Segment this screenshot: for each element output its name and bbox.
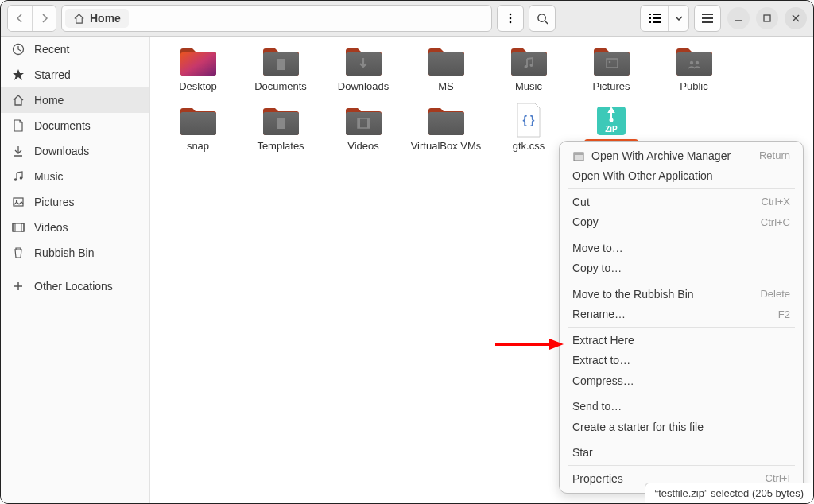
svg-rect-28 [277, 59, 285, 70]
folder-picture-icon [591, 45, 632, 78]
view-dropdown-button[interactable] [668, 6, 688, 31]
menu-shortcut: Return [759, 149, 790, 161]
menu-item-open-with-other-application[interactable]: Open With Other Application [560, 166, 803, 187]
sidebar-label: Pictures [34, 196, 75, 208]
svg-rect-6 [653, 14, 661, 15]
hamburger-menu-button[interactable] [694, 5, 721, 32]
folder-templates-icon [260, 104, 301, 138]
back-button[interactable] [8, 6, 32, 31]
menu-label: Open With Archive Manager [591, 149, 731, 162]
menu-item-cut[interactable]: CutCtrl+X [560, 192, 803, 212]
nav-buttons [7, 5, 56, 32]
path-bar[interactable]: Home [61, 5, 492, 32]
svg-point-42 [610, 118, 614, 122]
sidebar-item-rubbish-bin[interactable]: Rubbish Bin [1, 240, 149, 266]
file-label: Downloads [334, 79, 393, 94]
file-documents[interactable]: Documents [239, 45, 322, 104]
menu-item-move-to-the-rubbish-bin[interactable]: Move to the Rubbish BinDelete [560, 284, 803, 304]
sidebar-item-pictures[interactable]: Pictures [1, 189, 149, 215]
menu-item-extract-to[interactable]: Extract to… [560, 351, 803, 371]
menu-item-star[interactable]: Star [560, 443, 803, 463]
menu-item-rename[interactable]: Rename…F2 [560, 304, 803, 325]
menu-item-extract-here[interactable]: Extract Here [560, 330, 803, 351]
view-mode-group [640, 5, 689, 32]
sidebar-label: Downloads [34, 145, 89, 157]
svg-rect-25 [21, 223, 24, 231]
file-music[interactable]: Music [487, 45, 570, 104]
doc-icon [12, 119, 25, 132]
menu-item-copy[interactable]: CopyCtrl+C [560, 212, 803, 233]
file-ms[interactable]: MS [405, 45, 487, 104]
svg-rect-5 [649, 14, 651, 15]
file-label: Templates [253, 139, 308, 153]
menu-shortcut: Ctrl+X [762, 196, 790, 207]
svg-point-29 [525, 65, 528, 68]
folder-desktop-icon [177, 45, 219, 78]
search-button[interactable] [529, 5, 556, 32]
menu-label: Send to… [572, 400, 622, 413]
sidebar-item-videos[interactable]: Videos [1, 215, 149, 240]
menu-item-compress[interactable]: Compress… [560, 370, 803, 391]
menu-separator [568, 188, 795, 189]
file-desktop[interactable]: Desktop [157, 45, 239, 104]
sidebar-label: Music [34, 170, 64, 183]
sidebar-item-recent[interactable]: Recent [1, 37, 149, 62]
sidebar-label: Starred [34, 68, 71, 81]
menu-label: Copy to… [572, 262, 622, 274]
file-virtualbox-vms[interactable]: VirtualBox VMs [405, 104, 487, 164]
svg-line-4 [545, 21, 548, 24]
file-pictures[interactable]: Pictures [570, 45, 653, 104]
svg-point-34 [696, 61, 699, 64]
menu-item-copy-to[interactable]: Copy to… [560, 258, 803, 279]
svg-point-30 [530, 64, 533, 67]
menu-item-open-with-archive-manager[interactable]: Open With Archive ManagerReturn [560, 145, 803, 166]
svg-point-33 [690, 61, 693, 64]
sidebar-item-documents[interactable]: Documents [1, 113, 149, 138]
sidebar-item-downloads[interactable]: Downloads [1, 138, 149, 164]
close-button[interactable] [785, 7, 807, 29]
css-icon: { } [508, 104, 549, 138]
menu-separator [568, 327, 795, 328]
menu-label: Move to the Rubbish Bin [572, 288, 694, 300]
menu-shortcut: Delete [760, 288, 790, 300]
more-options-button[interactable] [497, 5, 524, 32]
menu-label: Extract to… [572, 354, 630, 366]
file-snap[interactable]: snap [157, 104, 239, 164]
file-public[interactable]: Public [653, 45, 735, 104]
sidebar-item-other-locations[interactable]: Other Locations [1, 273, 149, 299]
sidebar-item-starred[interactable]: Starred [1, 62, 149, 87]
sidebar-item-home[interactable]: Home [1, 87, 149, 113]
sidebar-label: Rubbish Bin [34, 246, 95, 259]
file-gtk-css[interactable]: { }gtk.css [487, 104, 570, 164]
forward-button[interactable] [32, 6, 56, 31]
svg-point-2 [510, 21, 512, 24]
menu-item-move-to[interactable]: Move to… [560, 238, 803, 258]
folder-icon [177, 104, 219, 138]
list-view-button[interactable] [641, 6, 668, 31]
file-label: VirtualBox VMs [407, 139, 486, 153]
svg-rect-35 [277, 118, 281, 129]
menu-label: Properties [572, 472, 623, 485]
svg-point-32 [609, 61, 611, 64]
svg-rect-15 [764, 15, 770, 21]
minimize-button[interactable] [727, 7, 750, 29]
svg-rect-7 [649, 17, 651, 19]
file-label: Videos [343, 139, 383, 153]
menu-item-send-to[interactable]: Send to… [560, 397, 803, 417]
folder-doc-icon [260, 45, 301, 78]
file-label: gtk.css [509, 139, 548, 153]
path-segment-home[interactable]: Home [65, 9, 129, 28]
trash-icon [12, 246, 25, 259]
zip-icon: ZiP [591, 104, 632, 138]
file-templates[interactable]: Templates [239, 104, 322, 164]
sidebar-item-music[interactable]: Music [1, 164, 149, 189]
file-downloads[interactable]: Downloads [322, 45, 405, 104]
path-label: Home [90, 12, 121, 25]
svg-rect-36 [281, 118, 285, 129]
svg-text:{ }: { } [523, 114, 535, 126]
file-videos[interactable]: Videos [322, 104, 405, 164]
header-bar: Home [1, 1, 813, 37]
menu-item-create-a-starter-for-this-file[interactable]: Create a starter for this file [560, 417, 803, 437]
archive-icon [572, 149, 585, 162]
maximize-button[interactable] [756, 7, 778, 29]
